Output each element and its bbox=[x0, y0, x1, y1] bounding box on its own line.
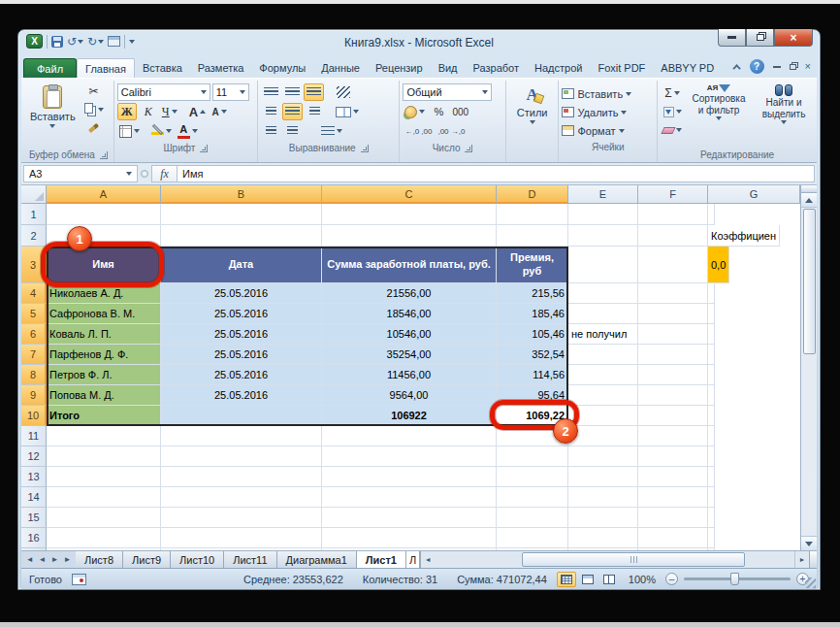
scroll-up-button[interactable] bbox=[801, 193, 817, 208]
zoom-slider-thumb[interactable] bbox=[730, 573, 739, 585]
doc-minimize-icon[interactable] bbox=[773, 66, 781, 68]
cell-name[interactable]: Парфенов Д. Ф. bbox=[47, 345, 161, 365]
cell-note[interactable]: не получил bbox=[568, 324, 638, 345]
cell-bonus[interactable]: 114,56 bbox=[497, 365, 568, 385]
page-layout-view-button[interactable] bbox=[578, 572, 598, 587]
grow-font-button[interactable]: А bbox=[187, 103, 208, 120]
cell[interactable] bbox=[638, 225, 708, 247]
cell[interactable] bbox=[708, 548, 715, 550]
tab-insert[interactable]: Вставка bbox=[135, 58, 190, 78]
row-header[interactable]: 16 bbox=[21, 528, 47, 548]
cell[interactable] bbox=[568, 365, 638, 385]
borders-button[interactable] bbox=[117, 122, 142, 140]
cell[interactable] bbox=[322, 225, 497, 247]
row-header[interactable]: 5 bbox=[21, 304, 47, 324]
tab-abbyy[interactable]: ABBYY PD bbox=[653, 58, 722, 78]
cell[interactable] bbox=[497, 467, 568, 487]
cell[interactable] bbox=[568, 508, 638, 528]
column-header-f[interactable]: F bbox=[638, 185, 708, 204]
cell[interactable] bbox=[708, 467, 715, 487]
hscroll-right-button[interactable]: ► bbox=[794, 551, 809, 568]
sort-filter-button[interactable]: АЯ Сортировка и фильтр bbox=[687, 82, 751, 148]
align-center-button[interactable] bbox=[282, 103, 303, 120]
cell-name[interactable]: Сафронова В. М. bbox=[47, 304, 161, 324]
merge-center-button[interactable] bbox=[334, 103, 361, 120]
last-sheet-button[interactable]: ► bbox=[63, 555, 71, 564]
cell[interactable] bbox=[638, 365, 708, 385]
prev-sheet-button[interactable]: ◄ bbox=[39, 555, 47, 564]
custom-tool-button[interactable] bbox=[108, 36, 120, 47]
cell-name[interactable]: Николаев А. Д. bbox=[47, 283, 161, 304]
find-select-button[interactable]: Найти и выделить bbox=[754, 82, 814, 148]
cell[interactable] bbox=[322, 426, 497, 446]
increase-decimal-button[interactable]: ←,0 ,00 bbox=[403, 122, 434, 140]
cell[interactable] bbox=[638, 304, 708, 324]
row-header[interactable]: 14 bbox=[21, 487, 47, 508]
cell[interactable] bbox=[708, 406, 715, 426]
percent-button[interactable]: % bbox=[429, 103, 448, 120]
cell[interactable] bbox=[161, 487, 322, 508]
cell[interactable] bbox=[161, 225, 322, 247]
cell[interactable] bbox=[568, 467, 638, 487]
row-header[interactable]: 15 bbox=[21, 508, 47, 528]
dialog-launcher-icon[interactable] bbox=[100, 151, 108, 159]
cell-date[interactable]: 25.05.2016 bbox=[161, 345, 322, 365]
dialog-launcher-icon[interactable] bbox=[361, 145, 369, 152]
tab-data[interactable]: Данные bbox=[313, 58, 368, 78]
number-format-select[interactable]: Общий bbox=[403, 83, 492, 101]
row-header[interactable]: 9 bbox=[21, 385, 47, 406]
vertical-scrollbar[interactable] bbox=[800, 185, 817, 550]
tab-file[interactable]: Файл bbox=[23, 58, 77, 78]
tab-developer[interactable]: Разработ bbox=[466, 58, 527, 78]
cell[interactable] bbox=[322, 204, 497, 225]
column-header-e[interactable]: E bbox=[568, 185, 638, 204]
styles-button[interactable]: А Стили bbox=[513, 82, 552, 148]
row-header[interactable]: 12 bbox=[21, 446, 47, 467]
cell[interactable] bbox=[47, 528, 161, 548]
cell[interactable] bbox=[322, 528, 497, 548]
maximize-button[interactable] bbox=[746, 29, 774, 47]
cell[interactable] bbox=[568, 528, 638, 548]
select-all-corner[interactable] bbox=[21, 185, 47, 204]
cell[interactable] bbox=[568, 385, 638, 406]
cell-name[interactable]: Попова М. Д. bbox=[47, 385, 161, 406]
zoom-level[interactable]: 100% bbox=[629, 574, 656, 585]
cell[interactable] bbox=[322, 508, 497, 528]
sheet-tab-list9[interactable]: Лист9 bbox=[123, 551, 171, 568]
font-color-button[interactable]: А bbox=[176, 122, 200, 140]
redo-button[interactable]: ↻ bbox=[87, 36, 104, 48]
tab-split-handle[interactable] bbox=[809, 551, 817, 568]
cell-name[interactable]: Петров Ф. Л. bbox=[47, 365, 161, 385]
zoom-slider-track[interactable] bbox=[684, 578, 791, 580]
copy-button[interactable] bbox=[82, 101, 106, 118]
vertical-scroll-thumb[interactable] bbox=[803, 209, 816, 354]
row-header[interactable]: 10 bbox=[21, 406, 47, 426]
cell[interactable] bbox=[161, 426, 322, 446]
cell[interactable] bbox=[322, 446, 497, 467]
insert-cells-button[interactable]: Вставить bbox=[562, 84, 654, 103]
format-painter-button[interactable] bbox=[82, 119, 106, 137]
row-header[interactable]: 17 bbox=[21, 548, 47, 550]
cell[interactable] bbox=[568, 225, 638, 247]
fill-button[interactable] bbox=[661, 103, 684, 120]
row-header[interactable]: 8 bbox=[21, 365, 47, 385]
cell[interactable] bbox=[708, 385, 715, 406]
cell-salary[interactable]: 18546,00 bbox=[322, 304, 497, 324]
cell[interactable] bbox=[568, 247, 638, 283]
cell[interactable] bbox=[47, 446, 161, 467]
decrease-indent-button[interactable] bbox=[261, 122, 280, 140]
cell[interactable] bbox=[322, 548, 497, 550]
paste-button[interactable]: Вставить bbox=[26, 82, 80, 148]
delete-cells-button[interactable]: Удалить bbox=[562, 103, 654, 121]
align-middle-button[interactable] bbox=[282, 83, 302, 101]
cell[interactable] bbox=[568, 204, 638, 225]
tab-formulas[interactable]: Формулы bbox=[251, 58, 313, 78]
italic-button[interactable]: К bbox=[139, 103, 158, 120]
thousands-button[interactable]: 000 bbox=[450, 103, 470, 120]
tab-addins[interactable]: Надстрой bbox=[527, 58, 590, 78]
cell-date[interactable]: 25.05.2016 bbox=[161, 324, 322, 345]
row-header[interactable]: 6 bbox=[21, 324, 47, 345]
zoom-out-button[interactable]: – bbox=[665, 573, 678, 585]
sheet-tab-list8[interactable]: Лист8 bbox=[76, 551, 123, 568]
cell[interactable] bbox=[638, 247, 708, 283]
